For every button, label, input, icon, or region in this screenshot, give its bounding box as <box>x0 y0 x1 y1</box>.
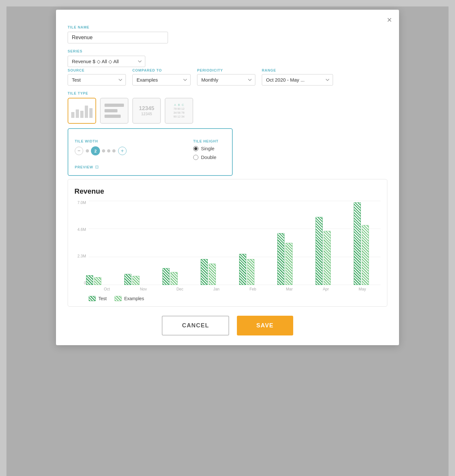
footer-buttons: CANCEL SAVE <box>68 316 387 335</box>
tile-height-single-label: Single <box>201 146 215 151</box>
bar-pair-apr <box>316 217 331 285</box>
source-select[interactable]: Test Examples All <box>68 74 126 85</box>
bar-apr-examples <box>324 231 331 285</box>
tile-width-decrease[interactable]: − <box>75 147 83 155</box>
bar-group-mar <box>277 233 293 285</box>
bar-nov-test <box>124 274 131 285</box>
periodicity-group: PERIODICITY Monthly Weekly Daily Yearly <box>197 68 255 85</box>
compared-to-select[interactable]: Examples Test None <box>132 74 191 85</box>
tile-height-radio-group: Single Double <box>193 146 226 160</box>
bar-group-feb <box>239 254 254 285</box>
save-button[interactable]: SAVE <box>237 316 293 335</box>
x-axis: Oct Nov Dec Jan Feb Mar Apr May <box>74 287 381 291</box>
modal-overlay: × TILE NAME SERIES Revenue $ ◇ All ◇ All… <box>6 6 449 476</box>
bar-pair-mar <box>277 233 293 285</box>
source-group: SOURCE Test Examples All <box>68 68 126 85</box>
bar-feb-examples <box>247 259 254 285</box>
table-icon: ABC 789012 345678 901234 <box>173 103 184 118</box>
bar-group-may <box>354 202 369 285</box>
compared-to-label: COMPARED TO <box>132 68 191 72</box>
x-label-apr: Apr <box>319 287 333 291</box>
legend-swatch-examples <box>115 296 122 301</box>
bar-group-dec <box>162 268 178 285</box>
x-label-oct: Oct <box>100 287 114 291</box>
periodicity-select[interactable]: Monthly Weekly Daily Yearly <box>197 74 255 85</box>
x-label-mar: Mar <box>282 287 296 291</box>
modal-dialog: × TILE NAME SERIES Revenue $ ◇ All ◇ All… <box>56 10 399 345</box>
bar-pair-oct <box>86 275 101 285</box>
tile-height-label: TILE HEIGHT <box>193 139 226 143</box>
tile-name-input[interactable] <box>68 32 168 43</box>
tile-name-label: TILE NAME <box>68 25 387 29</box>
source-label: SOURCE <box>68 68 126 72</box>
bar-mar-test <box>277 233 284 285</box>
tile-type-number[interactable]: 12345 12345 <box>132 98 161 124</box>
tile-type-row: 12345 12345 ABC 789012 345678 901234 <box>68 98 387 124</box>
chart-container: Revenue 7.0M 4.6M 2.3M 0 <box>68 179 387 307</box>
range-group: RANGE Oct 2020 - May ... Last 12 months … <box>262 68 333 85</box>
legend-label-test: Test <box>98 296 107 301</box>
close-button[interactable]: × <box>387 16 392 24</box>
number-icon: 12345 12345 <box>139 105 154 117</box>
cancel-button[interactable]: CANCEL <box>162 316 229 335</box>
tile-height-single[interactable]: Single <box>193 146 226 151</box>
bar-group-nov <box>124 274 139 285</box>
range-select[interactable]: Oct 2020 - May ... Last 12 months Custom <box>262 74 333 85</box>
slider-dot-2[interactable]: 2 <box>91 146 100 155</box>
tile-size-inner: TILE WIDTH − 2 + TILE HEIG <box>75 133 226 160</box>
slider-row: − 2 + <box>75 146 180 155</box>
compared-to-group: COMPARED TO Examples Test None <box>132 68 191 85</box>
series-select[interactable]: Revenue $ ◇ All ◇ All <box>68 56 145 67</box>
tile-width-col: TILE WIDTH − 2 + <box>75 133 180 155</box>
tile-height-double-radio[interactable] <box>193 155 198 160</box>
bar-group-jan <box>201 259 216 285</box>
bar-nov-examples <box>132 276 139 285</box>
bar-chart-icon <box>71 104 93 118</box>
bar-dec-examples <box>171 272 178 285</box>
chart-legend: Test Examples <box>74 296 381 301</box>
bar-group-apr <box>316 217 331 285</box>
bar-feb-test <box>239 254 246 285</box>
tile-height-double[interactable]: Double <box>193 154 226 160</box>
tile-height-col: TILE HEIGHT Single Double <box>193 133 226 160</box>
slider-dot-5[interactable] <box>112 149 116 153</box>
series-label: SERIES <box>68 49 387 53</box>
legend-swatch-test <box>89 296 96 301</box>
x-label-dec: Dec <box>173 287 187 291</box>
bar-oct-examples <box>94 277 101 285</box>
expand-icon[interactable]: ⊡ <box>95 164 99 169</box>
bar-may-examples <box>362 225 369 285</box>
slider-dot-1[interactable] <box>86 149 89 153</box>
bar-jan-examples <box>209 264 216 285</box>
bar-oct-test <box>86 275 93 285</box>
bar-pair-dec <box>162 268 178 285</box>
bar-group-oct <box>86 275 101 285</box>
tile-height-single-radio[interactable] <box>193 146 198 151</box>
x-label-jan: Jan <box>209 287 224 291</box>
x-label-feb: Feb <box>246 287 260 291</box>
tile-type-bar-chart[interactable] <box>68 98 96 124</box>
slider-dot-4[interactable] <box>107 149 110 153</box>
bar-apr-test <box>316 217 323 285</box>
legend-item-examples: Examples <box>115 296 144 301</box>
bar-jan-test <box>201 259 208 285</box>
bars-wrapper <box>74 201 381 285</box>
tile-type-table[interactable]: ABC 789012 345678 901234 <box>165 98 193 124</box>
range-label: RANGE <box>262 68 333 72</box>
dropdowns-row: SOURCE Test Examples All COMPARED TO Exa… <box>68 68 387 85</box>
chart-title: Revenue <box>74 187 381 196</box>
tile-width-increase[interactable]: + <box>118 147 127 155</box>
tile-height-double-label: Double <box>201 154 216 160</box>
tile-type-horizontal-bar[interactable] <box>100 98 128 124</box>
x-label-may: May <box>355 287 370 291</box>
slider-dot-3[interactable] <box>102 149 105 153</box>
bar-dec-test <box>162 268 170 285</box>
slider-dots: 2 <box>86 146 116 155</box>
tile-size-section: TILE WIDTH − 2 + TILE HEIG <box>68 128 233 176</box>
legend-item-test: Test <box>89 296 107 301</box>
bars-section <box>89 201 381 285</box>
tile-type-label: TILE TYPE <box>68 91 387 95</box>
tile-width-label: TILE WIDTH <box>75 139 180 143</box>
chart-area: 7.0M 4.6M 2.3M 0 <box>74 201 381 285</box>
bar-mar-examples <box>285 243 293 285</box>
